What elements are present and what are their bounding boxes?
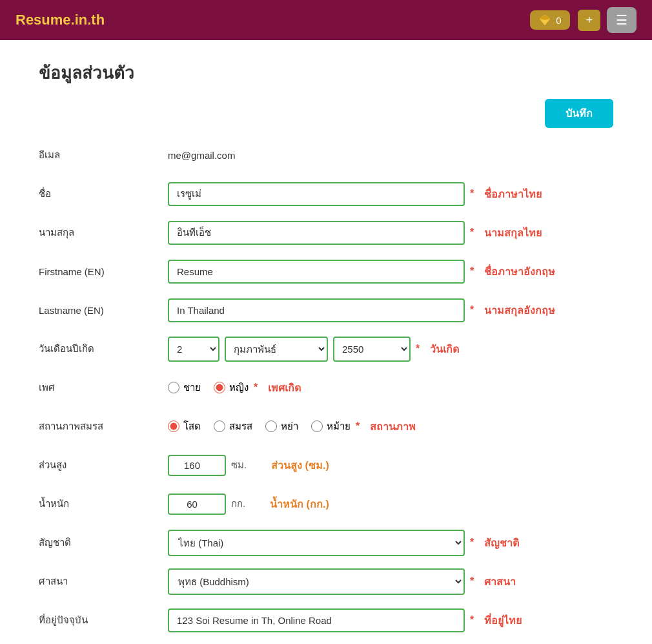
address-th-row: ที่อยู่ปัจจุบัน * ที่อยู่ไทย (39, 606, 613, 634)
marital-married-label: สมรส (229, 419, 252, 434)
religion-row: ศาสนา พุทธ (Buddhism)คริสต์ (Christianit… (39, 567, 613, 596)
marital-married-radio[interactable] (214, 421, 225, 432)
name-control: * ชื่อภาษาไทย (168, 182, 613, 206)
weight-unit: กก. (231, 496, 245, 512)
religion-required-star: * (470, 576, 474, 587)
diamond-icon (539, 14, 551, 26)
height-row: ส่วนสูง ซม. ส่วนสูง (ซม.) (39, 451, 613, 479)
lastname-required-star: * (470, 227, 474, 238)
gender-label: เพศ (39, 380, 168, 395)
religion-label: ศาสนา (39, 574, 168, 589)
firstname-en-label: Firstname (EN) (39, 266, 168, 277)
marital-radio-group: โสด สมรส หย่า หม้าย (168, 419, 351, 434)
lastname-control: * นามสกุลไทย (168, 221, 613, 245)
main-content: ข้อมูลส่วนตัว บันทึก อีเมล me@gmail.com … (0, 40, 652, 644)
firstname-en-control: * ชื่อภาษาอังกฤษ (168, 260, 613, 284)
nationality-row: สัญชาติ ไทย (Thai)อังกฤษ (English)อเมริก… (39, 528, 613, 557)
logo-accent: .in.th (71, 12, 105, 28)
dob-label: วันเดือนปีเกิด (39, 341, 168, 357)
diamond-count: 0 (556, 15, 561, 26)
marital-single-radio[interactable] (168, 421, 179, 432)
dob-control: 1234567891011121314151617181920212223242… (168, 337, 613, 362)
menu-button[interactable]: ☰ (607, 7, 637, 33)
email-row: อีเมล me@gmail.com (39, 141, 613, 169)
nationality-select[interactable]: ไทย (Thai)อังกฤษ (English)อเมริกัน (Amer… (168, 530, 465, 556)
weight-control: กก. น้ำหนัก (กก.) (168, 493, 613, 515)
nationality-hint: สัญชาติ (484, 535, 519, 551)
marital-married-option[interactable]: สมรส (214, 419, 252, 434)
firstname-en-input[interactable] (168, 260, 465, 284)
address-th-label: ที่อยู่ปัจจุบัน (39, 612, 168, 628)
header: Resume.in.th 0 + ☰ (0, 0, 652, 40)
height-hint: ส่วนสูง (ซม.) (271, 457, 329, 473)
dob-hint: วันเกิด (430, 341, 459, 357)
gender-male-label: ชาย (183, 380, 201, 395)
height-input[interactable] (168, 455, 226, 476)
lastname-en-hint: นามสกุลอังกฤษ (484, 302, 555, 318)
lastname-hint: นามสกุลไทย (484, 225, 542, 241)
gender-female-option[interactable]: หญิง (214, 380, 249, 395)
firstname-en-required-star: * (470, 265, 474, 277)
name-input[interactable] (168, 182, 465, 206)
email-label: อีเมล (39, 147, 168, 163)
weight-hint: น้ำหนัก (กก.) (270, 496, 329, 512)
lastname-en-control: * นามสกุลอังกฤษ (168, 298, 613, 322)
gender-required-star: * (254, 382, 258, 393)
weight-input[interactable] (168, 493, 226, 515)
marital-divorced-option[interactable]: หย่า (265, 419, 298, 434)
marital-divorced-label: หย่า (281, 419, 298, 434)
lastname-en-required-star: * (470, 304, 474, 316)
gender-row: เพศ ชาย หญิง * เพศเกิด (39, 373, 613, 402)
religion-select[interactable]: พุทธ (Buddhism)คริสต์ (Christianity)อิสล… (168, 568, 465, 595)
height-control: ซม. ส่วนสูง (ซม.) (168, 455, 613, 476)
address-th-required-star: * (470, 614, 474, 626)
religion-control: พุทธ (Buddhism)คริสต์ (Christianity)อิสล… (168, 568, 613, 595)
lastname-en-row: Lastname (EN) * นามสกุลอังกฤษ (39, 296, 613, 324)
dob-year-select[interactable]: 2545254625472548254925502551255225532554… (333, 337, 411, 362)
marital-divorced-radio[interactable] (265, 421, 277, 432)
add-button[interactable]: + (578, 10, 600, 31)
dob-month-select[interactable]: มกราคมกุมภาพันธ์มีนาคมเมษายนพฤษภาคมมิถุน… (225, 337, 328, 362)
name-required-star: * (470, 188, 474, 200)
save-button-row: บันทึก (39, 99, 613, 128)
gender-female-radio[interactable] (214, 382, 225, 393)
weight-row: น้ำหนัก กก. น้ำหนัก (กก.) (39, 490, 613, 518)
lastname-label: นามสกุล (39, 225, 168, 240)
height-unit: ซม. (231, 457, 247, 473)
lastname-en-input[interactable] (168, 298, 465, 322)
page-title: ข้อมูลส่วนตัว (39, 59, 613, 86)
marital-control: โสด สมรส หย่า หม้าย * สถานภาพ (168, 419, 613, 435)
weight-label: น้ำหนัก (39, 496, 168, 512)
nationality-label: สัญชาติ (39, 535, 168, 550)
email-control: me@gmail.com (168, 150, 613, 161)
height-label: ส่วนสูง (39, 457, 168, 473)
marital-hint: สถานภาพ (370, 419, 416, 435)
gender-radio-group: ชาย หญิง (168, 380, 249, 395)
marital-widowed-option[interactable]: หม้าย (311, 419, 351, 434)
gender-male-option[interactable]: ชาย (168, 380, 201, 395)
lastname-en-label: Lastname (EN) (39, 305, 168, 316)
marital-label: สถานภาพสมรส (39, 419, 168, 434)
address-th-input[interactable] (168, 608, 465, 632)
marital-row: สถานภาพสมรส โสด สมรส หย่า หม้าย (39, 412, 613, 441)
marital-widowed-radio[interactable] (311, 421, 323, 432)
dob-required-star: * (416, 343, 420, 355)
diamond-badge: 0 (530, 10, 570, 30)
logo: Resume.in.th (15, 12, 105, 28)
firstname-en-hint: ชื่อภาษาอังกฤษ (484, 264, 555, 280)
header-right: 0 + ☰ (530, 7, 637, 33)
marital-widowed-label: หม้าย (327, 419, 351, 434)
firstname-en-row: Firstname (EN) * ชื่อภาษาอังกฤษ (39, 257, 613, 286)
nationality-required-star: * (470, 537, 474, 548)
lastname-row: นามสกุล * นามสกุลไทย (39, 218, 613, 247)
lastname-input[interactable] (168, 221, 465, 245)
dob-row: วันเดือนปีเกิด 1234567891011121314151617… (39, 335, 613, 363)
dob-day-select[interactable]: 1234567891011121314151617181920212223242… (168, 337, 219, 362)
address-th-control: * ที่อยู่ไทย (168, 608, 613, 632)
save-button[interactable]: บันทึก (545, 99, 613, 128)
gender-male-radio[interactable] (168, 382, 179, 393)
marital-single-option[interactable]: โสด (168, 419, 201, 434)
nationality-control: ไทย (Thai)อังกฤษ (English)อเมริกัน (Amer… (168, 530, 613, 556)
marital-single-label: โสด (183, 419, 201, 434)
marital-required-star: * (356, 421, 360, 432)
